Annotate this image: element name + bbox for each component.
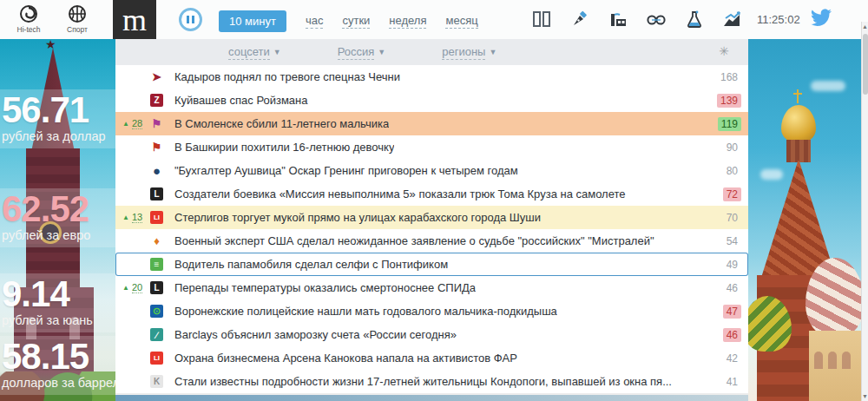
pink-striped-dome <box>806 258 861 338</box>
filter-label: регионы <box>442 45 485 60</box>
headline-link[interactable]: Стерлигов торгует мукой прямо на улицах … <box>174 211 541 224</box>
filter-label: Россия <box>338 45 375 60</box>
tab-hour[interactable]: час <box>306 14 324 29</box>
headline-link[interactable]: Водитель папамобиля сделал селфи с Понти… <box>174 258 448 271</box>
category-label: Спорт <box>59 25 95 34</box>
source-favicon: ⚑ <box>150 117 163 130</box>
news-row[interactable]: ▲20LПерепады температуры оказались смерт… <box>115 276 748 299</box>
headline-link[interactable]: "Бухгалтер Аушвица" Оскар Гренинг пригов… <box>174 164 518 177</box>
rate-eur: 62.52 рублей за евро <box>0 188 115 247</box>
arch-window <box>814 352 823 369</box>
view-count: 49 <box>723 258 741 272</box>
time-range-tabs: 10 минут час сутки неделя месяц <box>219 10 478 32</box>
hot-topics-icon[interactable]: ✳ <box>719 44 729 58</box>
headline-link[interactable]: Куйвашев спас Ройзмана <box>174 94 308 107</box>
pause-button[interactable] <box>179 8 202 31</box>
scroll-thumb[interactable] <box>863 34 868 95</box>
source-favicon: ♦ <box>150 234 163 247</box>
rank-delta: ▲28 <box>122 112 142 135</box>
filter-label: соцсети <box>228 45 270 60</box>
source-favicon: ≡ <box>150 258 163 271</box>
source-favicon: LI <box>150 211 163 224</box>
source-favicon: LI <box>150 352 163 365</box>
headline-link[interactable]: В Башкирии похитили 16-летнюю девочку <box>174 141 394 154</box>
view-count: 46 <box>723 281 741 295</box>
rank-delta: ▲13 <box>122 206 142 229</box>
filter-regions[interactable]: регионы▼ <box>442 45 496 60</box>
filter-russia[interactable]: Россия▼ <box>338 45 386 60</box>
tower-star: ★ <box>45 39 56 51</box>
rank-delta: ▲20 <box>122 276 142 299</box>
headline-link[interactable]: Охрана бизнесмена Арсена Канокова напала… <box>174 352 517 365</box>
news-row[interactable]: KСтали известны подробности жизни 17-лет… <box>115 370 748 393</box>
news-row[interactable]: ∕Barclays объяснил заморозку счета «Росс… <box>115 323 748 346</box>
category-hitech[interactable]: Hi-tech <box>10 3 47 34</box>
basketball-icon <box>59 3 95 24</box>
scroll-down-arrow[interactable]: ▼ <box>862 393 868 399</box>
cathedral-photo <box>748 39 861 401</box>
factory-icon[interactable] <box>608 9 628 30</box>
news-row[interactable]: ●"Бухгалтер Аушвица" Оскар Гренинг приго… <box>115 159 748 182</box>
news-row[interactable]: LСоздатели боевика «Миссия невыполнима 5… <box>115 182 748 206</box>
rate-caption: рублей за евро <box>2 228 115 242</box>
news-row[interactable]: ▲28⚑В Смоленске сбили 11-летнего мальчик… <box>115 112 748 135</box>
news-row[interactable]: ▲13LIСтерлигов торгует мукой прямо на ул… <box>115 206 748 229</box>
source-favicon: ⊙ <box>150 305 163 318</box>
headline-link[interactable]: Перепады температуры оказались смертонос… <box>174 281 476 294</box>
headline-link[interactable]: Кадыров поднял по тревоге спецназ Чечни <box>174 70 400 83</box>
news-row[interactable]: LIОхрана бизнесмена Арсена Канокова напа… <box>115 346 748 370</box>
rate-value: 56.71 <box>2 91 115 129</box>
source-favicon: ⚑ <box>150 141 163 154</box>
news-row[interactable]: ≡Водитель папамобиля сделал селфи с Понт… <box>115 253 748 276</box>
news-row[interactable]: ⊙Воронежские полицейские нашли мать годо… <box>115 299 748 323</box>
pen-icon[interactable] <box>569 9 590 30</box>
news-row[interactable]: ➤Кадыров поднял по тревоге спецназ Чечни… <box>115 65 748 89</box>
headline-link[interactable]: Воронежские полицейские нашли мать годов… <box>174 305 557 318</box>
headline-link[interactable]: Стали известны подробности жизни 17-летн… <box>174 375 672 388</box>
chevron-down-icon: ▼ <box>273 48 281 56</box>
view-count: 90 <box>723 141 741 154</box>
tab-10min[interactable]: 10 минут <box>219 10 286 32</box>
pause-bar <box>187 16 189 23</box>
rate-brent: 58.15 долларов за баррель <box>0 336 115 395</box>
arch-window <box>842 352 851 369</box>
rate-caption: рублей за юань <box>2 313 115 327</box>
cloud <box>760 169 783 180</box>
dome-cross <box>797 89 799 103</box>
category-sport[interactable]: Спорт <box>59 3 95 34</box>
scroll-up-arrow[interactable]: ▲ <box>862 23 868 30</box>
tab-week[interactable]: неделя <box>389 14 426 29</box>
source-favicon: L <box>150 281 163 294</box>
cloud <box>811 81 845 91</box>
chart-icon[interactable] <box>722 9 743 30</box>
currency-sidebar: ★ 56.71 рублей за доллар 62.52 рублей за… <box>0 39 115 401</box>
tab-day[interactable]: сутки <box>342 14 370 29</box>
headline-link[interactable]: Создатели боевика «Миссия невыполнима 5»… <box>174 187 626 200</box>
columns-icon[interactable] <box>531 9 552 30</box>
news-row[interactable]: ZКуйвашев спас Ройзмана139 <box>115 89 748 112</box>
source-favicon: ∕ <box>150 328 163 341</box>
rate-cny: 9.14 рублей за юань <box>0 273 115 332</box>
headline-link[interactable]: Военный эксперт США сделал неожиданное з… <box>174 234 654 247</box>
up-triangle-icon: ▲ <box>122 120 129 128</box>
chevron-down-icon: ▼ <box>489 48 496 56</box>
section-toolbar <box>531 9 743 30</box>
category-label: Hi-tech <box>10 25 47 34</box>
site-logo[interactable]: m <box>113 0 156 39</box>
chevron-down-icon: ▼ <box>378 48 385 56</box>
source-favicon: ● <box>150 164 163 177</box>
filter-socseti[interactable]: соцсети▼ <box>228 45 281 60</box>
source-favicon: Z <box>150 94 163 107</box>
tab-month[interactable]: месяц <box>445 14 477 29</box>
headline-link[interactable]: Barclays объяснил заморозку счета «Росси… <box>174 328 457 341</box>
twitter-icon[interactable] <box>810 9 832 30</box>
news-row[interactable]: ♦Военный эксперт США сделал неожиданное … <box>115 229 748 253</box>
vertical-scrollbar[interactable]: ▲ ▼ <box>861 22 868 401</box>
view-count: 72 <box>723 187 741 201</box>
headline-link[interactable]: В Смоленске сбили 11-летнего мальчика <box>174 117 389 130</box>
gold-dome <box>781 105 816 143</box>
flask-icon[interactable] <box>684 9 705 30</box>
glasses-icon[interactable] <box>646 9 667 30</box>
clock-display: 11:25:02 <box>757 13 800 26</box>
news-row[interactable]: ⚑В Башкирии похитили 16-летнюю девочку90 <box>115 135 748 159</box>
